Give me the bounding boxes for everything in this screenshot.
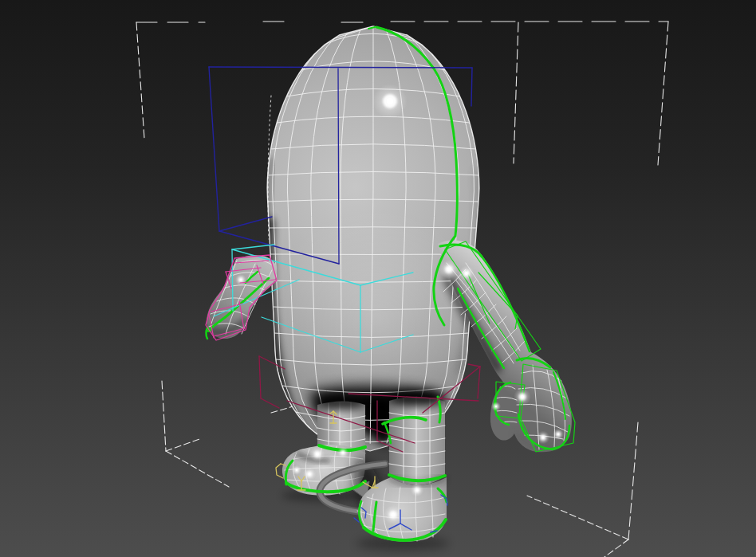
viewport-canvas[interactable] (0, 0, 756, 557)
right-leg[interactable] (387, 390, 446, 485)
viewport[interactable] (0, 0, 756, 557)
